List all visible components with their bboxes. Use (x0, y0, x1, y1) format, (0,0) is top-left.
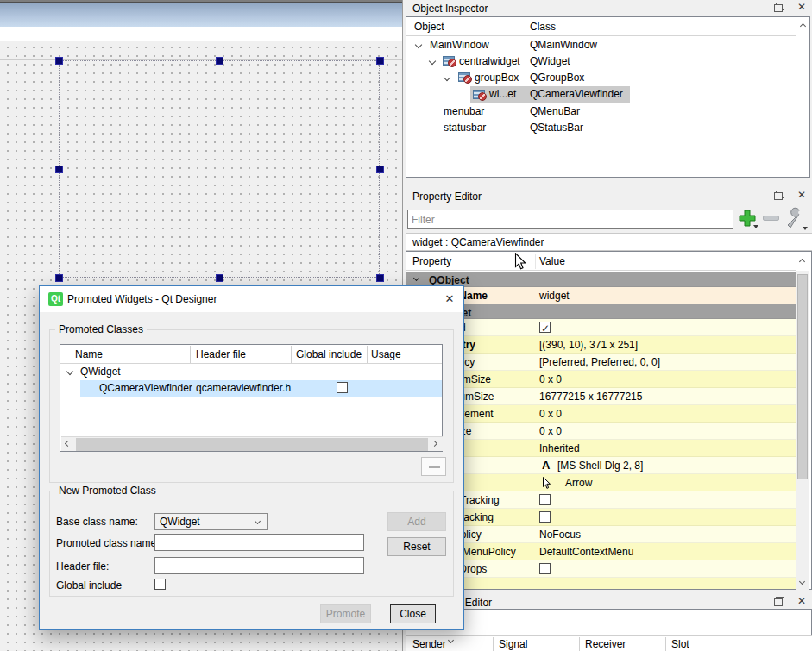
selection-handle-bottom-left[interactable] (55, 274, 63, 282)
selection-handle-mid-left[interactable] (55, 166, 63, 173)
expand-chevron-icon[interactable] (429, 58, 436, 65)
receiver-column-header[interactable]: Receiver (585, 636, 626, 651)
selection-handle-mid-right[interactable] (376, 166, 384, 173)
collapse-chevron-icon[interactable] (413, 275, 419, 281)
sort-indicator-icon (448, 637, 454, 643)
column-separator (579, 637, 580, 651)
promoted-classes-label: Promoted Classes (55, 323, 147, 335)
configure-dropdown-icon[interactable] (803, 227, 808, 230)
tree-row-qwidget-base[interactable]: QWidget (60, 364, 442, 380)
usage-column-header[interactable]: Usage (371, 345, 401, 364)
object-name: MainWindow (430, 37, 489, 53)
base-class-combobox[interactable]: QWidget (154, 513, 268, 530)
column-separator (190, 346, 191, 363)
promote-button[interactable]: Promote (320, 604, 371, 623)
form-window-top-edge (0, 0, 403, 3)
scroll-right-icon[interactable] (431, 441, 437, 447)
new-promoted-class-label: New Promoted Class (55, 485, 160, 497)
add-dropdown-icon[interactable] (753, 225, 758, 228)
close-panel-icon[interactable]: ✕ (797, 596, 806, 606)
scroll-left-icon[interactable] (65, 441, 71, 447)
font-icon: A (542, 457, 550, 474)
mouse-cursor (514, 253, 526, 271)
header-file-column-header[interactable]: Header file (196, 345, 246, 364)
header-file-label: Header file: (56, 560, 109, 573)
object-inspector-title: Object Inspector (412, 2, 488, 16)
column-separator (526, 19, 526, 34)
tree-row-statusbar[interactable]: statusbar QStatusBar (406, 120, 796, 136)
horizontal-scrollbar[interactable] (61, 436, 443, 451)
checkbox-unchecked[interactable] (539, 494, 551, 505)
selection-handle-top-left[interactable] (55, 57, 63, 65)
widget-icon (458, 72, 470, 82)
base-class-name: QWidget (80, 364, 121, 380)
property-column-header[interactable]: Property (412, 252, 451, 271)
global-include-checkbox-unchecked[interactable] (337, 382, 348, 393)
qt-designer-window: Object Inspector ✕ Object Class MainWind… (0, 0, 812, 651)
slot-column-header[interactable]: Slot (671, 636, 689, 651)
dialog-close-icon[interactable]: ✕ (441, 292, 458, 306)
tree-row-widget-selected[interactable]: wi...et QCameraViewfinder (406, 86, 796, 103)
selection-handle-top-center[interactable] (216, 57, 223, 65)
name-column-header[interactable]: Name (75, 345, 103, 364)
header-underline (406, 35, 796, 36)
float-panel-icon[interactable] (774, 191, 784, 200)
promoted-class-row-selected[interactable]: QCameraViewfinder qcameraviewfinder.h (80, 380, 442, 397)
base-class-name-label: Base class name: (56, 516, 138, 528)
signal-column-header[interactable]: Signal (499, 636, 527, 651)
object-name: wi...et (489, 86, 516, 103)
property-scrollbar-thumb[interactable] (797, 274, 808, 479)
minus-icon (429, 466, 440, 468)
tree-row-mainwindow[interactable]: MainWindow QMainWindow (406, 37, 796, 53)
value-column-header[interactable]: Value (539, 252, 565, 271)
selection-handle-bottom-right[interactable] (376, 274, 384, 282)
object-class: QMenuBar (530, 103, 580, 120)
dialog-title: Promoted Widgets - Qt Designer (67, 286, 217, 312)
expand-chevron-icon[interactable] (444, 74, 450, 81)
dialog-titlebar[interactable]: Qt Promoted Widgets - Qt Designer ✕ (40, 286, 463, 312)
global-include-column-header[interactable]: Global include (296, 345, 362, 364)
column-separator (493, 637, 494, 651)
promoted-class-name-label: Promoted class name: (56, 537, 159, 549)
remove-promoted-class-button[interactable] (421, 457, 446, 476)
tree-row-menubar[interactable]: menubar QMenuBar (406, 103, 796, 120)
reset-button[interactable]: Reset (387, 537, 446, 556)
expand-chevron-icon[interactable] (415, 41, 422, 48)
global-include-checkbox-unchecked[interactable] (154, 579, 166, 590)
widget-icon (473, 90, 485, 99)
new-promoted-class-group: New Promoted Class Base class name: QWid… (49, 491, 454, 597)
property-filter-input[interactable] (407, 210, 733, 229)
scroll-up-icon[interactable] (800, 23, 806, 29)
arrow-cursor-icon (542, 477, 551, 490)
tree-row-groupbox[interactable]: groupBox QGroupBox (406, 70, 796, 86)
close-panel-icon[interactable]: ✕ (797, 190, 806, 200)
add-button[interactable]: Add (387, 512, 446, 531)
object-inspector-tree: Object Class MainWindow QMainWindow cent… (406, 16, 810, 178)
qt-logo-icon: Qt (48, 292, 63, 306)
promoted-class-name-input[interactable] (154, 534, 364, 551)
column-separator (665, 637, 666, 651)
float-panel-icon[interactable] (774, 597, 784, 606)
expand-chevron-icon[interactable] (66, 368, 73, 375)
selection-handle-top-right[interactable] (376, 57, 384, 65)
promoted-header-file: qcameraviewfinder.h (196, 380, 291, 397)
object-column-header[interactable]: Object (414, 19, 444, 35)
tree-row-centralwidget[interactable]: centralwidget QWidget (406, 53, 796, 70)
class-column-header[interactable]: Class (530, 19, 556, 35)
designed-form-menubar (0, 27, 403, 41)
float-panel-icon[interactable] (774, 3, 784, 12)
checkbox-checked[interactable] (539, 322, 551, 333)
object-name: menubar (444, 103, 484, 120)
selection-handle-bottom-center[interactable] (216, 274, 223, 282)
close-button[interactable]: Close (390, 604, 436, 623)
object-class: QStatusBar (530, 120, 583, 136)
chevron-down-icon (255, 518, 261, 524)
header-file-input[interactable] (154, 557, 364, 574)
sender-column-header[interactable]: Sender (412, 636, 446, 651)
close-panel-icon[interactable]: ✕ (797, 2, 806, 12)
remove-property-icon[interactable] (763, 216, 779, 221)
scrollbar-thumb[interactable] (76, 438, 428, 451)
checkbox-unchecked[interactable] (539, 511, 551, 523)
promoted-class-name: QCameraViewfinder (99, 380, 192, 397)
checkbox-unchecked[interactable] (539, 563, 551, 574)
